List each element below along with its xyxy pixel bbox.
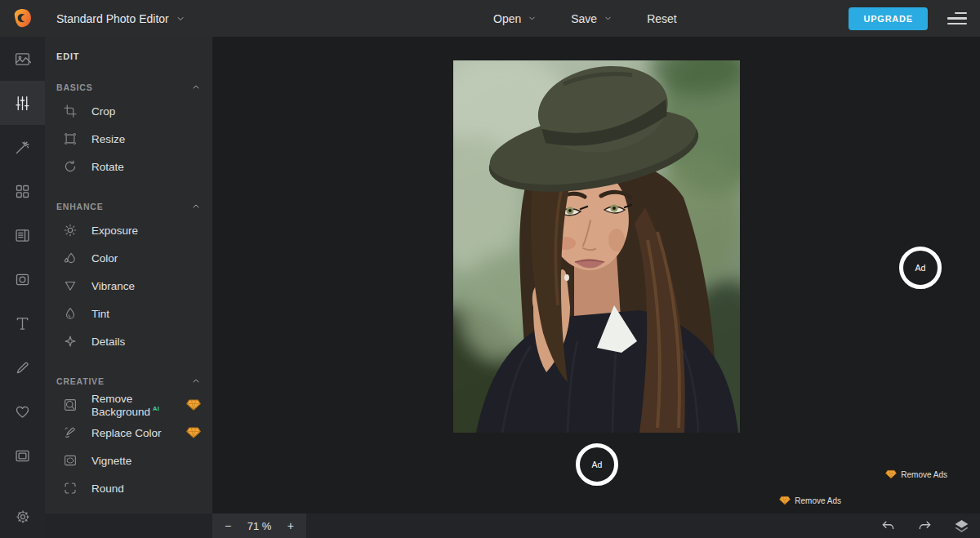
hamburger-menu-icon[interactable] xyxy=(946,9,969,29)
menu-item-label: Exposure xyxy=(91,225,138,237)
zoom-level-value: 71 % xyxy=(247,520,272,532)
chevron-down-icon xyxy=(604,14,612,23)
reset-menu[interactable]: Reset xyxy=(647,12,677,25)
save-menu-label: Save xyxy=(571,12,597,25)
open-menu[interactable]: Open xyxy=(493,12,537,25)
menu-item-resize[interactable]: Resize xyxy=(45,125,212,153)
circle-frame-icon xyxy=(14,271,31,288)
rail-item-templates[interactable] xyxy=(0,213,45,257)
ad-circle-right[interactable]: Ad xyxy=(899,247,942,289)
remove-ads-link[interactable]: Remove Ads xyxy=(885,469,947,479)
rail-item-text[interactable] xyxy=(0,301,45,345)
image-icon xyxy=(14,51,31,68)
section-creative-header[interactable]: CREATIVE xyxy=(56,376,201,386)
ad-label: Ad xyxy=(915,263,926,273)
rail-item-retouch[interactable] xyxy=(0,125,45,169)
bottom-bar: − 71 % + xyxy=(45,514,980,538)
menu-item-label: Remove BackgroundAI xyxy=(91,393,186,418)
section-enhance-header[interactable]: ENHANCE xyxy=(56,202,201,211)
chevron-down-icon xyxy=(176,14,185,24)
canvas-area: Ad Ad Remove Ads Remove Ads xyxy=(212,37,980,514)
menu-item-vignette[interactable]: Vignette xyxy=(45,447,212,474)
vignette-icon xyxy=(63,453,78,468)
app-logo-icon[interactable] xyxy=(11,7,33,29)
sliders-icon xyxy=(14,95,31,112)
layout-icon xyxy=(14,227,31,244)
frame-icon xyxy=(14,447,31,465)
brush-icon xyxy=(14,359,31,376)
grid-icon xyxy=(14,183,31,200)
menu-item-label: Resize xyxy=(91,133,125,145)
edit-panel: EDIT BASICS Crop Resize Rotate ENHANCE xyxy=(45,37,212,514)
menu-item-exposure[interactable]: Exposure xyxy=(45,216,212,244)
menu-item-label: Tint xyxy=(91,308,109,320)
save-menu[interactable]: Save xyxy=(571,12,612,25)
ad-circle-bottom[interactable]: Ad xyxy=(576,443,618,486)
portrait-photo xyxy=(453,60,740,433)
menu-item-label: Vibrance xyxy=(91,280,135,292)
rail-item-image[interactable] xyxy=(0,37,45,81)
rail-item-frame[interactable] xyxy=(0,434,45,478)
round-corners-icon xyxy=(63,481,78,496)
menu-item-replace-color[interactable]: Replace Color xyxy=(45,419,212,447)
menu-item-label: Vignette xyxy=(91,455,131,467)
tool-rail xyxy=(0,37,45,538)
layers-icon[interactable] xyxy=(953,518,970,535)
menu-item-remove-background[interactable]: Remove BackgroundAI xyxy=(45,391,212,419)
rotate-icon xyxy=(63,159,78,174)
gear-icon xyxy=(15,509,31,525)
menu-item-rotate[interactable]: Rotate xyxy=(45,153,212,180)
menu-item-vibrance[interactable]: Vibrance xyxy=(45,272,212,300)
menu-item-color[interactable]: Color xyxy=(45,244,212,272)
chevron-up-icon xyxy=(191,82,201,92)
rail-item-draw[interactable] xyxy=(0,345,45,389)
menu-item-label: Details xyxy=(91,336,125,348)
reset-menu-label: Reset xyxy=(647,12,677,25)
section-basics-header[interactable]: BASICS xyxy=(56,82,201,92)
section-label: ENHANCE xyxy=(56,202,191,211)
section-label: BASICS xyxy=(56,82,191,92)
remove-ads-link[interactable]: Remove Ads xyxy=(779,496,841,505)
menu-item-label: Replace Color xyxy=(91,427,162,439)
zoom-out-button[interactable]: − xyxy=(225,520,231,531)
menu-item-details[interactable]: Details xyxy=(45,327,212,355)
open-menu-label: Open xyxy=(493,12,521,25)
chevron-up-icon xyxy=(191,202,201,211)
crop-icon xyxy=(63,104,78,118)
rail-item-focus[interactable] xyxy=(0,257,45,301)
menu-item-label: Round xyxy=(91,482,124,495)
resize-icon xyxy=(63,131,78,146)
undo-icon[interactable] xyxy=(880,518,897,535)
heart-icon xyxy=(14,403,31,420)
rail-item-settings[interactable] xyxy=(0,499,45,535)
redo-icon[interactable] xyxy=(916,518,933,535)
remove-ads-label: Remove Ads xyxy=(901,470,947,479)
panel-title: EDIT xyxy=(56,51,212,61)
top-menu-group: Open Save Reset xyxy=(493,0,677,37)
rail-item-adjust[interactable] xyxy=(0,81,45,125)
menu-item-label: Color xyxy=(91,252,118,265)
sun-icon xyxy=(63,223,78,238)
text-icon xyxy=(14,315,31,332)
rail-item-elements[interactable] xyxy=(0,169,45,213)
premium-gem-icon xyxy=(885,469,897,479)
app-title-menu[interactable]: Standard Photo Editor xyxy=(56,12,185,25)
ai-badge: AI xyxy=(153,405,159,412)
zoom-in-button[interactable]: + xyxy=(287,520,294,531)
menu-item-tint[interactable]: Tint xyxy=(45,300,212,327)
app-title-label: Standard Photo Editor xyxy=(56,12,169,25)
menu-item-crop[interactable]: Crop xyxy=(45,97,212,125)
upgrade-button[interactable]: UPGRADE xyxy=(849,7,928,30)
remove-ads-label: Remove Ads xyxy=(795,496,841,505)
chevron-up-icon xyxy=(191,376,201,386)
menu-item-label: Crop xyxy=(91,105,115,118)
premium-gem-icon xyxy=(186,425,201,440)
triangle-down-icon xyxy=(63,278,78,293)
top-right-group: UPGRADE xyxy=(849,0,969,37)
chevron-down-icon xyxy=(528,14,537,23)
ad-label: Ad xyxy=(592,460,603,469)
remove-background-icon xyxy=(63,398,78,412)
rail-item-favorites[interactable] xyxy=(0,389,45,434)
sparkle-icon xyxy=(63,334,78,349)
menu-item-round[interactable]: Round xyxy=(45,474,212,502)
